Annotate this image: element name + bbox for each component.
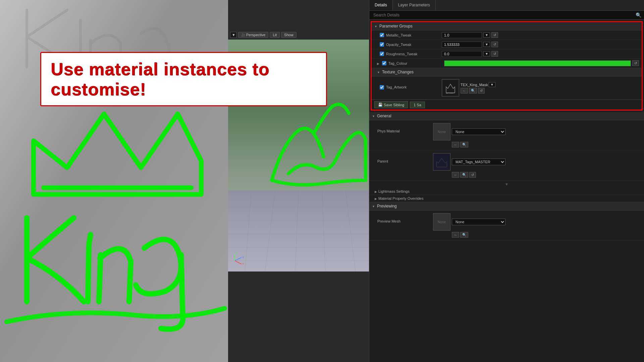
previewing-arrow <box>372 204 375 208</box>
details-panel: Details Layer Parameters 🔍 Parameter Gro… <box>369 0 644 362</box>
param-groups-label: Parameter Groups <box>379 24 413 28</box>
general-header[interactable]: General <box>369 112 644 120</box>
tag-artwork-checkbox[interactable] <box>380 85 384 89</box>
viewport-dropdown[interactable]: ▼ <box>230 32 237 38</box>
phys-material-label: Phys Material <box>377 129 431 133</box>
preview-browse-btn[interactable]: 🔍 <box>460 232 468 238</box>
roughness-tweak-input[interactable] <box>442 51 482 57</box>
preview-mesh-value: None None ← 🔍 <box>433 213 641 238</box>
tag-artwork-value: TEX_King_Mask ▼ ← 🔍 ↺ <box>442 79 639 97</box>
parameter-groups-header[interactable]: Parameter Groups <box>372 22 642 31</box>
mat-prop-label: Material Property Overrides <box>378 196 424 200</box>
parent-select[interactable]: MAT_Tags_MASTER <box>452 159 505 165</box>
tex-back-btn[interactable]: ← <box>461 88 468 94</box>
opacity-tweak-reset[interactable]: ↺ <box>491 42 498 47</box>
svg-text:Y: Y <box>242 262 244 265</box>
preview-mesh-select[interactable]: None <box>452 219 505 225</box>
roughness-tweak-value: ▼ ↺ <box>442 51 639 57</box>
previewing-header[interactable]: Previewing <box>369 202 644 210</box>
opacity-tweak-checkbox[interactable] <box>380 42 384 47</box>
metallic-tweak-label: Metallic_Tweak <box>386 33 440 37</box>
save-sibling-label: Save Sibling <box>384 103 404 107</box>
preview-mesh-row: Preview Mesh None None ← 🔍 <box>369 210 644 241</box>
mat-prop-overrides-link[interactable]: Material Property Overrides <box>369 195 644 202</box>
parent-back-btn[interactable]: ← <box>452 172 459 178</box>
roughness-tweak-row: Roughness_Tweak ▼ ↺ <box>372 49 642 59</box>
save-sibling-button[interactable]: 💾 Save Sibling <box>374 101 408 108</box>
save-sibling-icon: 💾 <box>378 103 383 107</box>
phys-browse-btn[interactable]: 🔍 <box>460 142 468 147</box>
lightmass-settings-link[interactable]: Lightmass Settings <box>369 188 644 195</box>
preview-back-btn[interactable]: ← <box>452 232 459 238</box>
annotation-box: Use material instances to customise! <box>40 52 327 106</box>
svg-rect-31 <box>433 154 450 170</box>
tex-king-mask-thumb <box>442 79 459 97</box>
metallic-tweak-dropdown[interactable]: ▼ <box>483 33 490 38</box>
param-groups-arrow <box>374 24 377 28</box>
metallic-tweak-row: Metallic_Tweak ▼ ↺ <box>372 31 642 40</box>
tex-browse-btn[interactable]: 🔍 <box>469 88 477 94</box>
tag-colour-reset[interactable]: ↺ <box>632 60 639 66</box>
opacity-tweak-row: Opacity_Tweak ▼ ↺ <box>372 40 642 49</box>
phys-material-row: Phys Material None None ← 🔍 <box>369 120 644 150</box>
tex-dropdown-label: TEX_King_Mask <box>461 83 488 87</box>
metallic-tweak-value: ▼ ↺ <box>442 32 639 38</box>
roughness-tweak-dropdown[interactable]: ▼ <box>483 51 490 56</box>
section-divider: ▼ <box>369 181 644 188</box>
roughness-tweak-label: Roughness_Tweak <box>386 52 440 56</box>
search-bar: 🔍 <box>369 11 644 20</box>
opacity-tweak-dropdown[interactable]: ▼ <box>483 42 490 47</box>
tag-colour-checkbox[interactable] <box>382 61 386 65</box>
tab-details[interactable]: Details <box>369 0 393 10</box>
parent-row: Parent MAT_Tags_MASTER ← 🔍 <box>369 150 644 181</box>
search-input[interactable] <box>372 12 634 18</box>
opacity-tweak-label: Opacity_Tweak <box>386 43 440 47</box>
parent-value: MAT_Tags_MASTER ← 🔍 ↺ <box>433 153 641 178</box>
svg-text:Z: Z <box>235 251 237 254</box>
mat-prop-arrow <box>375 196 377 200</box>
texture-changes-header[interactable]: Texture_Changes <box>372 68 642 76</box>
metallic-tweak-input[interactable] <box>442 32 482 38</box>
tex-dropdown[interactable]: ▼ <box>489 82 495 87</box>
panel-tabs: Details Layer Parameters <box>369 0 644 11</box>
perspective-button[interactable]: 🎥 Perspective <box>238 32 268 38</box>
tag-artwork-row: Tag_Artwork <box>372 76 642 100</box>
parent-label: Parent <box>377 159 431 163</box>
phys-back-btn[interactable]: ← <box>452 142 459 147</box>
roughness-tweak-checkbox[interactable] <box>380 52 384 56</box>
previewing-label: Previewing <box>377 204 397 208</box>
preview-mesh-label: Preview Mesh <box>377 219 431 223</box>
tag-colour-label: Tag_Colour <box>388 61 442 65</box>
general-arrow <box>372 114 375 118</box>
save-number-button[interactable]: 1 Sa <box>410 102 425 108</box>
phys-material-value: None None ← 🔍 <box>433 123 641 147</box>
search-icon: 🔍 <box>636 12 641 18</box>
texture-changes-arrow <box>377 70 380 74</box>
preview-mesh-thumb: None <box>433 213 450 231</box>
tab-layer-params[interactable]: Layer Parameters <box>393 0 436 10</box>
tex-reset-btn[interactable]: ↺ <box>478 88 485 94</box>
opacity-tweak-value: ▼ ↺ <box>442 42 639 48</box>
metallic-tweak-reset[interactable]: ↺ <box>491 32 498 38</box>
lightmass-label: Lightmass Settings <box>378 189 410 193</box>
lit-button[interactable]: Lit <box>270 32 280 38</box>
parent-reset-btn[interactable]: ↺ <box>469 172 476 178</box>
opacity-tweak-input[interactable] <box>442 42 482 48</box>
general-label: General <box>377 114 391 118</box>
show-button[interactable]: Show <box>281 32 297 38</box>
svg-rect-12 <box>228 190 369 272</box>
parent-browse-btn[interactable]: 🔍 <box>460 172 468 178</box>
annotation-text: Use material instances to customise! <box>51 59 269 99</box>
tag-colour-value: ↺ <box>444 60 639 66</box>
tag-colour-row: Tag_Colour ↺ <box>372 59 642 68</box>
parameter-groups-section: Parameter Groups Metallic_Tweak ▼ ↺ Opac… <box>371 21 643 111</box>
tag-colour-bar[interactable] <box>444 60 631 66</box>
phys-material-thumb: None <box>433 123 450 140</box>
tag-colour-arrow <box>377 61 379 66</box>
viewport-toolbar: ▼ 🎥 Perspective Lit Show <box>228 30 369 40</box>
phys-material-select[interactable]: None <box>452 128 505 135</box>
save-row: 💾 Save Sibling 1 Sa <box>372 100 642 110</box>
tag-artwork-label: Tag_Artwork <box>386 85 440 89</box>
metallic-tweak-checkbox[interactable] <box>380 33 384 37</box>
roughness-tweak-reset[interactable]: ↺ <box>491 51 498 57</box>
